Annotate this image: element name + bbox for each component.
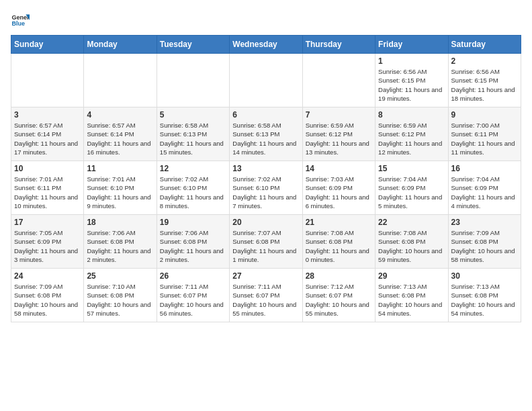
day-info: Sunrise: 7:01 AM Sunset: 6:11 PM Dayligh… xyxy=(14,175,81,210)
day-number: 16 xyxy=(451,164,518,173)
calendar-cell: 25Sunrise: 7:10 AM Sunset: 6:08 PM Dayli… xyxy=(84,269,157,322)
day-number: 20 xyxy=(232,218,299,227)
calendar-cell: 4Sunrise: 6:57 AM Sunset: 6:14 PM Daylig… xyxy=(84,107,157,161)
day-number: 27 xyxy=(232,271,299,281)
weekday-header-thursday: Thursday xyxy=(302,36,375,54)
day-info: Sunrise: 7:09 AM Sunset: 6:08 PM Dayligh… xyxy=(14,282,81,318)
day-info: Sunrise: 7:09 AM Sunset: 6:08 PM Dayligh… xyxy=(451,228,518,264)
weekday-header-wednesday: Wednesday xyxy=(230,36,302,54)
calendar-cell: 26Sunrise: 7:11 AM Sunset: 6:07 PM Dayli… xyxy=(157,269,229,322)
weekday-header-friday: Friday xyxy=(375,36,448,54)
day-number: 26 xyxy=(160,271,226,281)
calendar-cell: 3Sunrise: 6:57 AM Sunset: 6:14 PM Daylig… xyxy=(11,107,84,161)
weekday-header-sunday: Sunday xyxy=(11,36,84,54)
day-info: Sunrise: 6:59 AM Sunset: 6:12 PM Dayligh… xyxy=(306,121,372,156)
day-info: Sunrise: 7:03 AM Sunset: 6:09 PM Dayligh… xyxy=(306,175,372,210)
calendar-cell: 29Sunrise: 7:13 AM Sunset: 6:08 PM Dayli… xyxy=(375,269,448,322)
calendar-cell: 30Sunrise: 7:13 AM Sunset: 6:08 PM Dayli… xyxy=(448,269,521,322)
calendar-cell: 19Sunrise: 7:06 AM Sunset: 6:08 PM Dayli… xyxy=(157,215,229,269)
day-number: 19 xyxy=(160,218,226,227)
day-info: Sunrise: 7:11 AM Sunset: 6:07 PM Dayligh… xyxy=(232,282,299,318)
day-info: Sunrise: 6:58 AM Sunset: 6:13 PM Dayligh… xyxy=(160,121,226,156)
calendar-cell: 17Sunrise: 7:05 AM Sunset: 6:09 PM Dayli… xyxy=(11,215,84,269)
calendar-cell: 7Sunrise: 6:59 AM Sunset: 6:12 PM Daylig… xyxy=(302,107,375,161)
calendar-cell: 6Sunrise: 6:58 AM Sunset: 6:13 PM Daylig… xyxy=(230,107,302,161)
day-number: 3 xyxy=(14,110,81,120)
day-number: 23 xyxy=(451,218,518,227)
day-number: 21 xyxy=(306,218,372,227)
calendar-cell: 5Sunrise: 6:58 AM Sunset: 6:13 PM Daylig… xyxy=(157,107,229,161)
day-number: 1 xyxy=(378,56,445,66)
calendar-cell: 24Sunrise: 7:09 AM Sunset: 6:08 PM Dayli… xyxy=(11,269,84,322)
day-info: Sunrise: 7:00 AM Sunset: 6:11 PM Dayligh… xyxy=(451,121,518,156)
weekday-header-saturday: Saturday xyxy=(448,36,521,54)
day-info: Sunrise: 6:56 AM Sunset: 6:15 PM Dayligh… xyxy=(378,67,445,103)
day-number: 25 xyxy=(87,271,153,281)
calendar-header-row: SundayMondayTuesdayWednesdayThursdayFrid… xyxy=(11,36,521,54)
calendar-cell: 15Sunrise: 7:04 AM Sunset: 6:09 PM Dayli… xyxy=(375,161,448,215)
logo: General Blue xyxy=(11,11,30,30)
day-number: 10 xyxy=(14,164,81,173)
day-info: Sunrise: 7:11 AM Sunset: 6:07 PM Dayligh… xyxy=(160,282,226,318)
calendar-cell: 14Sunrise: 7:03 AM Sunset: 6:09 PM Dayli… xyxy=(302,161,375,215)
day-number: 9 xyxy=(451,110,518,120)
day-number: 30 xyxy=(451,271,518,281)
calendar-cell xyxy=(84,54,157,107)
day-info: Sunrise: 7:05 AM Sunset: 6:09 PM Dayligh… xyxy=(14,228,81,264)
day-info: Sunrise: 7:06 AM Sunset: 6:08 PM Dayligh… xyxy=(87,228,153,264)
day-number: 5 xyxy=(160,110,226,120)
calendar-cell: 11Sunrise: 7:01 AM Sunset: 6:10 PM Dayli… xyxy=(84,161,157,215)
calendar-cell: 20Sunrise: 7:07 AM Sunset: 6:08 PM Dayli… xyxy=(230,215,302,269)
day-number: 7 xyxy=(306,110,372,120)
day-number: 4 xyxy=(87,110,153,120)
calendar-cell: 16Sunrise: 7:04 AM Sunset: 6:09 PM Dayli… xyxy=(448,161,521,215)
weekday-header-tuesday: Tuesday xyxy=(157,36,229,54)
calendar-week-4: 17Sunrise: 7:05 AM Sunset: 6:09 PM Dayli… xyxy=(11,215,521,269)
calendar-cell: 23Sunrise: 7:09 AM Sunset: 6:08 PM Dayli… xyxy=(448,215,521,269)
day-info: Sunrise: 7:08 AM Sunset: 6:08 PM Dayligh… xyxy=(306,228,372,264)
calendar-cell: 12Sunrise: 7:02 AM Sunset: 6:10 PM Dayli… xyxy=(157,161,229,215)
calendar-cell: 27Sunrise: 7:11 AM Sunset: 6:07 PM Dayli… xyxy=(230,269,302,322)
day-info: Sunrise: 7:04 AM Sunset: 6:09 PM Dayligh… xyxy=(378,175,445,210)
day-number: 17 xyxy=(14,218,81,227)
day-number: 28 xyxy=(306,271,372,281)
calendar-week-2: 3Sunrise: 6:57 AM Sunset: 6:14 PM Daylig… xyxy=(11,107,521,161)
calendar-cell xyxy=(11,54,84,107)
day-info: Sunrise: 7:12 AM Sunset: 6:07 PM Dayligh… xyxy=(306,282,372,318)
day-info: Sunrise: 6:58 AM Sunset: 6:13 PM Dayligh… xyxy=(232,121,299,156)
day-number: 14 xyxy=(306,164,372,173)
day-info: Sunrise: 6:56 AM Sunset: 6:15 PM Dayligh… xyxy=(451,67,518,103)
calendar-week-3: 10Sunrise: 7:01 AM Sunset: 6:11 PM Dayli… xyxy=(11,161,521,215)
calendar-cell: 10Sunrise: 7:01 AM Sunset: 6:11 PM Dayli… xyxy=(11,161,84,215)
day-number: 8 xyxy=(378,110,445,120)
day-info: Sunrise: 7:06 AM Sunset: 6:08 PM Dayligh… xyxy=(160,228,226,264)
page-header: General Blue xyxy=(11,11,521,30)
day-info: Sunrise: 7:08 AM Sunset: 6:08 PM Dayligh… xyxy=(378,228,445,264)
day-info: Sunrise: 7:04 AM Sunset: 6:09 PM Dayligh… xyxy=(451,175,518,210)
day-number: 22 xyxy=(378,218,445,227)
day-number: 15 xyxy=(378,164,445,173)
day-info: Sunrise: 7:02 AM Sunset: 6:10 PM Dayligh… xyxy=(232,175,299,210)
day-info: Sunrise: 6:59 AM Sunset: 6:12 PM Dayligh… xyxy=(378,121,445,156)
day-number: 29 xyxy=(378,271,445,281)
day-info: Sunrise: 7:07 AM Sunset: 6:08 PM Dayligh… xyxy=(232,228,299,264)
calendar-cell xyxy=(230,54,302,107)
logo-icon: General Blue xyxy=(11,11,30,30)
calendar-cell xyxy=(302,54,375,107)
svg-text:Blue: Blue xyxy=(11,20,25,27)
day-number: 6 xyxy=(232,110,299,120)
day-number: 24 xyxy=(14,271,81,281)
calendar-week-1: 1Sunrise: 6:56 AM Sunset: 6:15 PM Daylig… xyxy=(11,54,521,107)
calendar-cell: 2Sunrise: 6:56 AM Sunset: 6:15 PM Daylig… xyxy=(448,54,521,107)
calendar-cell: 28Sunrise: 7:12 AM Sunset: 6:07 PM Dayli… xyxy=(302,269,375,322)
day-number: 12 xyxy=(160,164,226,173)
calendar-cell: 13Sunrise: 7:02 AM Sunset: 6:10 PM Dayli… xyxy=(230,161,302,215)
day-info: Sunrise: 6:57 AM Sunset: 6:14 PM Dayligh… xyxy=(87,121,153,156)
day-number: 18 xyxy=(87,218,153,227)
day-info: Sunrise: 7:13 AM Sunset: 6:08 PM Dayligh… xyxy=(451,282,518,318)
calendar-week-5: 24Sunrise: 7:09 AM Sunset: 6:08 PM Dayli… xyxy=(11,269,521,322)
day-info: Sunrise: 7:10 AM Sunset: 6:08 PM Dayligh… xyxy=(87,282,153,318)
day-info: Sunrise: 6:57 AM Sunset: 6:14 PM Dayligh… xyxy=(14,121,81,156)
calendar-cell: 8Sunrise: 6:59 AM Sunset: 6:12 PM Daylig… xyxy=(375,107,448,161)
day-number: 2 xyxy=(451,56,518,66)
